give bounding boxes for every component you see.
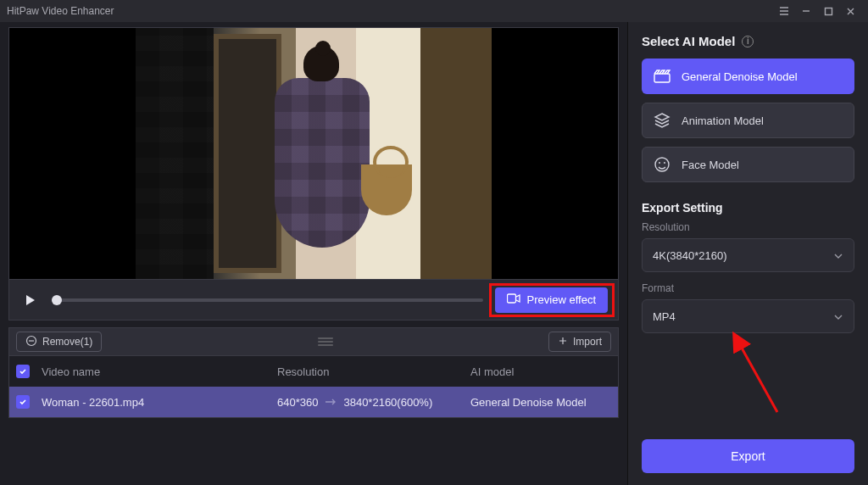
section-ai-model-label: Select AI Model (642, 34, 735, 48)
annotation-arrow (726, 327, 786, 421)
minus-circle-icon (25, 335, 37, 349)
model-label: Animation Model (682, 114, 764, 127)
format-label: Format (642, 282, 854, 294)
minimize-button[interactable] (795, 0, 817, 22)
progress-knob[interactable] (52, 295, 62, 305)
clapper-icon (653, 67, 671, 86)
model-label: Face Model (682, 159, 739, 171)
export-button[interactable]: Export (642, 439, 854, 473)
import-label: Import (573, 336, 602, 348)
face-icon (653, 155, 671, 174)
import-button[interactable]: Import (548, 332, 611, 352)
close-button[interactable] (839, 0, 861, 22)
header-resolution: Resolution (277, 365, 464, 378)
video-table: Video name Resolution AI model Woman - 2… (8, 356, 619, 418)
sidebar: Select AI Model i General Denoise Model … (627, 22, 868, 485)
list-toolbar: Remove(1) Import (8, 327, 619, 356)
row-res-to: 3840*2160(600%) (343, 396, 432, 409)
titlebar: HitPaw Video Enhancer (0, 0, 868, 22)
section-export: Export Setting (642, 201, 854, 215)
resolution-label: Resolution (642, 221, 854, 233)
chevron-down-icon (833, 249, 843, 262)
remove-label: Remove(1) (42, 336, 92, 348)
playback-controls: Preview effect (8, 280, 619, 321)
row-model: General Denoise Model (470, 396, 611, 409)
play-button[interactable] (19, 290, 40, 310)
svg-line-7 (735, 336, 777, 412)
info-icon[interactable]: i (742, 36, 754, 47)
arrow-right-icon (325, 396, 337, 409)
svg-rect-1 (507, 294, 515, 303)
svg-rect-0 (825, 8, 832, 14)
svg-point-6 (664, 162, 665, 164)
model-face[interactable]: Face Model (642, 147, 854, 182)
row-name: Woman - 22601.mp4 (42, 396, 270, 409)
header-name: Video name (42, 365, 270, 378)
format-select[interactable]: MP4 (642, 299, 854, 333)
section-ai-model: Select AI Model i (642, 34, 854, 48)
model-label: General Denoise Model (682, 70, 798, 83)
video-preview[interactable] (8, 27, 619, 280)
row-res-from: 640*360 (277, 396, 318, 409)
app-title: HitPaw Video Enhancer (7, 5, 114, 17)
model-animation[interactable]: Animation Model (642, 103, 854, 138)
resolution-value: 4K(3840*2160) (653, 249, 726, 262)
progress-slider[interactable] (52, 298, 483, 302)
maximize-button[interactable] (817, 0, 839, 22)
preview-effect-button[interactable]: Preview effect (495, 287, 608, 313)
plus-icon (558, 336, 568, 348)
camera-icon (507, 293, 520, 306)
drag-handle-icon (318, 337, 333, 346)
chevron-down-icon (833, 310, 843, 323)
svg-point-5 (659, 162, 660, 164)
model-general-denoise[interactable]: General Denoise Model (642, 59, 854, 94)
row-checkbox[interactable] (16, 395, 30, 409)
header-model: AI model (470, 365, 611, 378)
video-thumbnail (136, 27, 492, 280)
layers-icon (653, 111, 671, 130)
table-row[interactable]: Woman - 22601.mp4 640*360 3840*2160(600%… (9, 387, 618, 417)
select-all-checkbox[interactable] (16, 365, 30, 378)
preview-effect-label: Preview effect (527, 293, 596, 306)
main-panel: Preview effect Remove(1) Import (0, 22, 627, 485)
table-header: Video name Resolution AI model (9, 356, 618, 387)
resolution-select[interactable]: 4K(3840*2160) (642, 238, 854, 272)
menu-button[interactable] (773, 0, 795, 22)
export-label: Export (731, 449, 765, 463)
format-value: MP4 (653, 310, 676, 323)
remove-button[interactable]: Remove(1) (16, 332, 102, 352)
svg-rect-3 (654, 74, 670, 82)
